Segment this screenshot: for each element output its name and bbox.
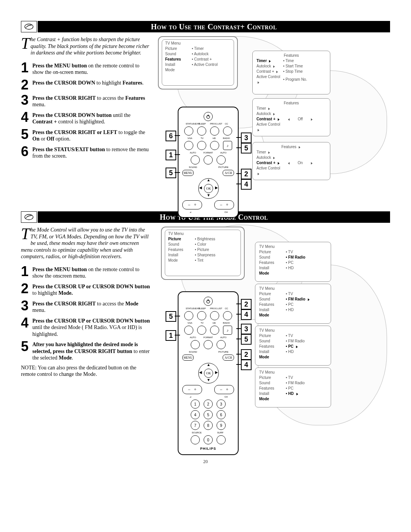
ok-button[interactable]: OK	[204, 369, 213, 378]
ach-button[interactable]: A/CH	[223, 170, 234, 176]
step: 1Press the MENU button on the remote con…	[21, 265, 150, 280]
button-label: AUTO	[187, 336, 199, 339]
power-button[interactable]	[204, 297, 213, 306]
step: 4Press the CURSOR UP or CURSOR DOWN butt…	[21, 317, 150, 338]
button-label: STATUS/EXIT	[186, 123, 194, 125]
ok-button[interactable]: OK	[204, 184, 213, 193]
remote-button[interactable]	[191, 340, 200, 349]
remote-button[interactable]	[204, 340, 213, 349]
digit-button[interactable]: 5	[204, 410, 213, 419]
button-label: AUTO	[218, 152, 229, 154]
remote-button[interactable]	[197, 141, 206, 150]
callout-2b: 2	[241, 349, 252, 360]
remote-button[interactable]: ♪	[223, 326, 232, 335]
menu-body: Picture• BrightnessSound• ColorFeatures•…	[168, 236, 237, 263]
callout-5b: 5	[241, 143, 252, 153]
digit-button[interactable]: 7	[191, 421, 200, 430]
volume-rocker[interactable]: − +	[182, 385, 202, 394]
menu-row: Autolock ▶	[256, 155, 326, 160]
remote-button[interactable]: ♪	[223, 141, 232, 150]
instructions-column: The Mode Control will allow you to use t…	[21, 227, 154, 378]
digit-button[interactable]: 2	[204, 399, 213, 409]
remote-button[interactable]	[210, 141, 219, 150]
digit-button[interactable]: 1	[191, 399, 200, 409]
step-number: 1	[21, 265, 32, 280]
step: 1Press the MENU button on the remote con…	[21, 62, 150, 76]
button-label: STATUS/EXIT	[186, 307, 194, 310]
menu-row: Sound• Color	[168, 242, 237, 247]
remote-control: STATUS/EXITSLEEPPROG.LISTCCVGATVHDRADIO♪…	[178, 291, 239, 455]
note-text: NOTE: You can also press the dedicated b…	[21, 364, 150, 378]
digit-button[interactable]: 3	[217, 399, 226, 409]
source-button[interactable]	[191, 435, 200, 444]
osd-features-menu: Features Timer ▶• TimeAutolock ▶• Start …	[252, 51, 330, 94]
remote-button[interactable]	[210, 326, 219, 335]
button-label: FORMAT	[202, 336, 214, 339]
menu-title: Features ▶	[256, 145, 326, 149]
remote-button[interactable]	[223, 126, 232, 136]
cursor-pad[interactable]: OK▲▼◀▶	[185, 362, 231, 383]
button-label: PICTURE	[218, 166, 229, 168]
digit-button[interactable]: 4	[191, 410, 200, 419]
remote-button[interactable]	[197, 326, 206, 335]
digit-button[interactable]: 8	[204, 421, 213, 430]
power-button[interactable]	[204, 112, 213, 121]
osd-tv-menu: TV Menu Picture• TimerSound• AutolockFea…	[158, 36, 238, 89]
menu-row: Timer ▶• Time	[256, 58, 326, 64]
button-label: AUTO	[187, 152, 199, 154]
step-text: Press the MENU button on the remote cont…	[32, 62, 150, 76]
menu-row: Contrast + ▶▶On▶	[256, 160, 326, 166]
button-label: CC	[222, 123, 231, 125]
ach-button[interactable]: A/CH	[223, 355, 234, 361]
remote-button[interactable]	[184, 326, 193, 335]
step-number: 5	[21, 340, 32, 361]
step-text: Press the MENU button on the remote cont…	[32, 265, 150, 280]
remote-control: STATUS/EXITSLEEPPROG.LISTCCVGATVHDRADIO♪…	[178, 107, 239, 218]
remote-button[interactable]	[197, 311, 206, 320]
menu-row: Sound• Autolock	[165, 51, 231, 57]
leader-line	[175, 172, 180, 173]
remote-button[interactable]	[184, 141, 193, 150]
remote-button[interactable]	[184, 311, 193, 320]
step-number: 3	[21, 300, 32, 314]
remote-button[interactable]	[191, 155, 200, 165]
menu-row: Mode	[165, 67, 231, 73]
digit-button[interactable]: 6	[217, 410, 226, 419]
button-label: VGA	[186, 322, 194, 324]
digit-button[interactable]: 9	[217, 421, 226, 430]
callout-1: 1	[166, 330, 176, 341]
step: 5After you have highlighted the desired …	[21, 340, 150, 361]
surf-button[interactable]	[217, 435, 226, 444]
button-label: VGA	[186, 137, 194, 139]
menu-button[interactable]: MENU	[182, 170, 194, 176]
channel-rocker[interactable]: − +	[214, 385, 234, 394]
leader-line	[236, 304, 241, 304]
callout-4: 4	[241, 309, 252, 320]
digit-button[interactable]: 0	[204, 435, 213, 444]
steps-list: 1Press the MENU button on the remote con…	[21, 265, 150, 361]
remote-button[interactable]	[217, 155, 226, 165]
step-number: 4	[21, 317, 32, 338]
svg-point-3	[25, 214, 33, 220]
channel-rocker[interactable]: − +	[214, 200, 234, 209]
menu-button[interactable]: MENU	[182, 355, 194, 361]
callout-5: 5	[166, 168, 176, 178]
volume-rocker[interactable]: − +	[182, 200, 202, 209]
cursor-pad[interactable]: OK▲▼◀▶	[185, 177, 231, 199]
menu-row: Timer ▶	[256, 150, 326, 155]
button-label: HD	[210, 322, 218, 324]
remote-button[interactable]	[184, 126, 193, 136]
remote-button[interactable]	[204, 155, 213, 165]
step-text: Press the CURSOR DOWN button until the C…	[32, 111, 150, 125]
remote-button[interactable]	[223, 311, 232, 320]
remote-button[interactable]	[210, 311, 219, 320]
button-label	[202, 351, 214, 353]
remote-button[interactable]	[217, 340, 226, 349]
remote-button[interactable]	[210, 126, 219, 136]
step: 2Press the CURSOR UP or CURSOR DOWN butt…	[21, 283, 150, 297]
note-icon	[21, 21, 37, 32]
leader-line	[236, 354, 241, 355]
step-text: After you have highlighted the desired m…	[32, 340, 150, 361]
step-number: 1	[21, 62, 32, 76]
remote-button[interactable]	[197, 126, 206, 136]
